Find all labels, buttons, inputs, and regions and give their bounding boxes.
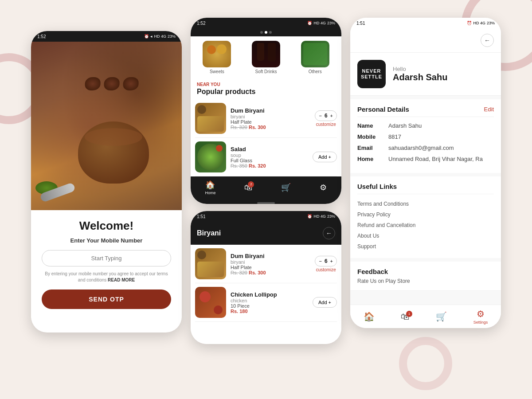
product-list: Dum Biryani biryani Half Plate Rs. 320 R… — [191, 99, 341, 176]
category-sweets[interactable]: Sweets — [192, 39, 242, 76]
biryani2-original-price: Rs. 320 — [231, 270, 247, 275]
home-value: Unnamed Road, Brij Vihar Nagar, Ra — [388, 156, 494, 162]
nav-home[interactable]: 🏠 Home — [205, 180, 215, 195]
network-phone3: HD 4G — [473, 21, 485, 25]
biryani-back-button[interactable]: ← — [323, 227, 335, 239]
drinks-image — [252, 41, 280, 67]
chicken-info: Chicken Lollipop chicken 10 Piece Rs. 18… — [231, 291, 308, 314]
name-value: Adarsh Sahu — [388, 122, 494, 129]
link-about[interactable]: About Us — [357, 231, 494, 241]
biryani-header-title: Biryani — [197, 229, 221, 237]
biryani-customize[interactable]: customize — [316, 122, 336, 127]
biryani-original-price: Rs. 320 — [231, 125, 247, 130]
bottom-bar — [191, 199, 341, 204]
user-name: Adarsh Sahu — [393, 72, 447, 82]
nav-indicator — [257, 202, 275, 204]
home-icon: 🏠 — [205, 180, 215, 190]
edit-link[interactable]: Edit — [484, 106, 494, 113]
profile-greeting-section: NEVER SETTLE Hello Adarsh Sahu — [350, 53, 501, 96]
biryani-image — [195, 103, 226, 134]
network-phone2-top: HD 4G — [313, 21, 326, 25]
useful-links-section: Useful Links Terms and Conditions Privac… — [350, 176, 501, 258]
biryani2-info: Dum Biryani biryani Half Plate Rs. 320 R… — [231, 253, 310, 275]
home-label: Home — [205, 191, 215, 195]
biryani-info: Dum Biryani biryani Half Plate Rs. 320 R… — [231, 107, 310, 130]
link-support[interactable]: Support — [357, 241, 494, 252]
drinks-label: Soft Drinks — [255, 69, 277, 74]
biryani-size: Half Plate — [231, 119, 310, 125]
meat-piece-2 — [104, 77, 120, 90]
profile-content: ← NEVER SETTLE Hello Adarsh Sahu Persona… — [350, 28, 501, 328]
chicken-discounted-price: Rs. 180 — [231, 309, 248, 314]
link-refund[interactable]: Refund and Cancellation — [357, 220, 494, 231]
plus-icon-2[interactable]: + — [330, 258, 333, 264]
chicken-name: Chicken Lollipop — [231, 291, 308, 298]
profile-nav-settings[interactable]: ⚙ Settings — [473, 309, 488, 325]
feedback-title: Feedback — [357, 268, 494, 275]
feedback-section: Feedback Rate Us on Play Store — [350, 262, 501, 291]
network-phone1: HD 4G — [154, 34, 166, 39]
profile-bottom-nav: 🏠 🛍 1 🛒 ⚙ Settings — [350, 305, 501, 328]
name-label: Name — [357, 122, 388, 129]
mobile-input[interactable] — [42, 250, 171, 266]
phone-login: 1:52 ⏰ ◂ HD 4G 23% Welcome! Enter Your M… — [31, 31, 182, 332]
profile-nav-cart[interactable]: 🛒 — [436, 311, 447, 322]
status-icons-phone2-top: ⏰ HD 4G 23% — [307, 21, 335, 25]
meat-piece-1 — [85, 77, 101, 90]
minus-icon-2[interactable]: − — [319, 258, 321, 264]
greeting-text-wrap: Hello Adarsh Sahu — [393, 66, 447, 82]
bottom-nav-phone2-top: 🏠 Home 🛍 2 🛒 ⚙ — [191, 176, 341, 199]
network-phone2-bottom: HD 4G — [313, 214, 326, 219]
biryani-qty: 6 — [325, 113, 328, 119]
biryani2-price: Rs. 320 Rs. 300 — [231, 270, 310, 275]
chicken-size: 10 Piece — [231, 303, 308, 309]
nav-bag[interactable]: 🛍 2 — [244, 183, 252, 192]
meat-pieces-illustration — [85, 77, 139, 90]
mobile-label: Mobile — [357, 133, 388, 140]
detail-name-row: Name Adarsh Sahu — [357, 122, 494, 129]
profile-nav-home[interactable]: 🏠 — [364, 311, 375, 322]
nav-settings[interactable]: ⚙ — [320, 183, 327, 192]
link-privacy[interactable]: Privacy Policy — [357, 209, 494, 220]
biryani2-qty-wrap: − 6 + customize — [315, 256, 337, 272]
time-phone1: 1:52 — [37, 34, 46, 39]
salad-type: soup — [231, 153, 308, 158]
chicken-add-button[interactable]: Add + — [313, 297, 337, 308]
near-you-label: NEAR YOU — [191, 78, 341, 88]
biryani-price: Rs. 320 Rs. 300 — [231, 125, 310, 130]
alarm-icon: ⏰ — [144, 34, 149, 39]
alarm-icon-2: ⏰ — [307, 21, 312, 25]
phone-menu-container: 1:52 ⏰ HD 4G 23% Sweets — [191, 18, 341, 344]
biryani2-customize[interactable]: customize — [316, 267, 336, 272]
biryani2-qty-control[interactable]: − 6 + — [315, 256, 337, 266]
profile-bag-badge: 1 — [406, 311, 412, 317]
nav-cart[interactable]: 🛒 — [281, 183, 291, 192]
salad-price: Rs. 350 Rs. 320 — [231, 163, 308, 168]
biryani2-type: biryani — [231, 259, 310, 265]
biryani-name: Dum Biryani — [231, 107, 310, 114]
profile-back-button[interactable]: ← — [481, 34, 494, 47]
biryani2-image — [195, 248, 226, 279]
salad-add-button[interactable]: Add + — [313, 152, 337, 162]
feedback-subtitle[interactable]: Rate Us on Play Store — [357, 278, 494, 284]
profile-header-bar: ← — [350, 28, 501, 53]
food-hero-image — [31, 42, 182, 210]
link-terms[interactable]: Terms and Conditions — [357, 199, 494, 209]
category-others[interactable]: Others — [290, 39, 340, 76]
alarm-icon-3: ⏰ — [307, 214, 312, 219]
biryani-qty-control[interactable]: − 6 + — [315, 110, 337, 121]
enter-mobile-label: Enter Your Mobile Number — [70, 237, 143, 244]
dot-1 — [260, 31, 263, 34]
plus-icon[interactable]: + — [330, 113, 333, 118]
read-more-link[interactable]: READ MORE — [108, 278, 135, 282]
profile-nav-bag[interactable]: 🛍 1 — [401, 312, 410, 322]
biryani-product-1: Dum Biryani biryani Half Plate Rs. 320 R… — [195, 245, 337, 283]
profile-settings-icon: ⚙ — [477, 309, 485, 319]
salad-info: Salad soup Full Glass Rs. 350 Rs. 320 — [231, 146, 308, 168]
biryani2-discounted-price: Rs. 300 — [249, 270, 266, 275]
category-soft-drinks[interactable]: Soft Drinks — [242, 39, 291, 76]
minus-icon[interactable]: − — [319, 113, 321, 118]
food-categories: Sweets Soft Drinks Others — [191, 36, 341, 78]
send-otp-button[interactable]: SEND OTP — [42, 289, 171, 309]
phone-biryani-category: 1:51 ⏰ HD 4G 23% Biryani ← Du — [191, 211, 341, 344]
